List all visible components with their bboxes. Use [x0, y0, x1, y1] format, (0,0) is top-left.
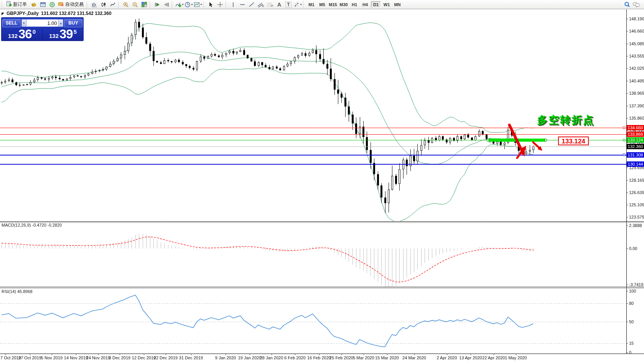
- auto-trading-button[interactable]: 自动交易: [57, 1, 86, 8]
- chat-button[interactable]: [632, 1, 641, 8]
- rsi-axis-tick: 0: [629, 350, 631, 355]
- toolbar-grip[interactable]: [87, 1, 89, 8]
- candlestick-mode-button[interactable]: [99, 1, 108, 8]
- rsi-indicator-label: RSI(14) 45.8968: [2, 289, 33, 294]
- new-order-button[interactable]: 新订单: [5, 1, 29, 8]
- text-tool-button[interactable]: A: [275, 1, 283, 8]
- date-axis-label: 3 Dec 2019: [109, 355, 130, 360]
- auto-trading-icon: [58, 1, 64, 8]
- date-axis-label: 15 Mar 2020: [375, 355, 399, 360]
- bar-chart-mode-button[interactable]: [90, 1, 99, 8]
- text-tool-glyph: A: [277, 2, 281, 8]
- buy-price-big: 39: [59, 28, 73, 40]
- vertical-line-tool-button[interactable]: [229, 1, 237, 8]
- triangle-up-icon: ▲: [59, 21, 63, 25]
- date-axis-label: 28 Jan 2020: [260, 355, 283, 360]
- timeframe-m5-button[interactable]: M5: [317, 1, 327, 8]
- toolbar-grip[interactable]: [226, 1, 227, 8]
- price-axis-tick: 123.575: [629, 215, 644, 219]
- auto-scroll-button[interactable]: [153, 1, 161, 8]
- rsi-axis-tick: 80: [629, 301, 634, 306]
- channel-tool-button[interactable]: E: [257, 1, 265, 8]
- rsi-axis-tick: 15: [629, 341, 634, 346]
- toolbar-grip[interactable]: [303, 1, 305, 8]
- channel-tool-glyph: E: [262, 4, 264, 8]
- templates-button[interactable]: ▾: [194, 1, 202, 8]
- crosshair-tool-button[interactable]: [216, 1, 224, 8]
- price-marker-133.869: 133.869: [627, 132, 644, 137]
- market-watch-button[interactable]: [30, 1, 38, 8]
- data-window-button[interactable]: [39, 1, 47, 8]
- tile-windows-button[interactable]: [140, 1, 148, 8]
- toolbar-grip[interactable]: [203, 1, 205, 8]
- date-axis-label: 7 Oct 2019: [0, 355, 21, 360]
- search-button[interactable]: [623, 1, 631, 8]
- zoom-in-button[interactable]: [122, 1, 130, 8]
- timeframe-m1-button[interactable]: M1: [306, 1, 316, 8]
- macd-axis-tick: -3.7419: [629, 282, 643, 287]
- volume-increase-button[interactable]: ▲: [58, 19, 63, 27]
- chart-shift-button[interactable]: [162, 1, 171, 8]
- zoom-out-button[interactable]: [131, 1, 139, 8]
- sell-price-big: 36: [18, 28, 32, 40]
- sell-price-small: 132: [8, 32, 18, 40]
- indicators-button[interactable]: ▾: [175, 1, 184, 8]
- fibonacci-tool-button[interactable]: F: [266, 1, 274, 8]
- main-toolbar: 新订单 自动交易 ▾ ▾ ▾ E F A T ▾ M1M5M15M30H1H4D…: [0, 0, 644, 9]
- date-axis-label: 5 Mar 2020: [353, 355, 374, 360]
- timeframe-h1-button[interactable]: H1: [349, 1, 359, 8]
- timeframe-h4-button[interactable]: H4: [360, 1, 370, 8]
- date-axis-label: 9 Jan 2020: [215, 355, 236, 360]
- horizontal-line-tool-button[interactable]: [238, 1, 247, 8]
- price-axis-tick: 138.965: [629, 91, 644, 95]
- sell-price-display[interactable]: 132 36 0: [2, 28, 43, 41]
- price-axis-tick: 140.495: [629, 79, 644, 83]
- turning-point-annotation[interactable]: 多空转折点: [537, 113, 595, 127]
- timeframe-m30-button[interactable]: M30: [339, 1, 349, 8]
- line-chart-mode-button[interactable]: [109, 1, 117, 8]
- date-axis-label: 1 May 2020: [505, 355, 527, 360]
- toolbar-grip[interactable]: [150, 1, 152, 8]
- chart-ohlc-values: 131.602 132.672 131.542 132.360: [41, 11, 112, 16]
- toolbar-grip[interactable]: [2, 1, 3, 8]
- date-axis-label: 22 Apr 2020: [482, 355, 505, 360]
- sell-button[interactable]: SELL: [2, 19, 21, 27]
- price-axis-tick: 142.025: [629, 66, 644, 71]
- price-axis-tick: 125.105: [629, 202, 644, 207]
- navigator-button[interactable]: [48, 1, 56, 8]
- timeframe-m15-button[interactable]: M15: [328, 1, 338, 8]
- chevron-down-icon: ▾: [182, 3, 183, 6]
- date-axis-label: 22 Dec 2019: [154, 355, 178, 360]
- volume-decrease-button[interactable]: ▼: [21, 19, 26, 27]
- price-axis-tick: 148.190: [629, 16, 644, 21]
- price-axis-tick: 126.635: [629, 190, 644, 195]
- symbol-marker-icon: [2, 13, 4, 15]
- toolbar-grip[interactable]: [172, 1, 174, 8]
- chevron-down-icon: ▾: [300, 3, 301, 6]
- price-marker-132.360: 132.360: [627, 144, 644, 149]
- toolbar-grip[interactable]: [118, 1, 120, 8]
- trendline-tool-button[interactable]: [247, 1, 256, 8]
- timeframe-mn-button[interactable]: MN: [392, 1, 402, 8]
- text-label-tool-button[interactable]: T: [284, 1, 293, 8]
- volume-input[interactable]: [26, 19, 59, 27]
- cursor-tool-button[interactable]: [207, 1, 215, 8]
- fibonacci-tool-glyph: F: [272, 4, 273, 8]
- buy-price-display[interactable]: 132 39 5: [43, 28, 83, 41]
- chevron-down-icon: ▾: [191, 3, 193, 6]
- rsi-axis-tick: 100: [629, 289, 636, 293]
- timeframe-w1-button[interactable]: W1: [382, 1, 392, 8]
- date-axis-label: 5 Nov 2019: [41, 355, 63, 360]
- date-axis-label: 27 Oct 2019: [18, 355, 41, 360]
- date-axis-label: 2 Apr 2020: [436, 355, 457, 360]
- price-level-label[interactable]: 133.124: [558, 137, 589, 145]
- price-chart-canvas[interactable]: [0, 0, 644, 362]
- one-click-trading-panel: SELL ▼ ▲ BUY 132 36 0 132 39 5: [1, 17, 84, 41]
- text-label-tool-glyph: T: [285, 2, 291, 8]
- timeframe-d1-button[interactable]: D1: [371, 1, 381, 8]
- arrows-tool-button[interactable]: ▾: [293, 1, 302, 8]
- periods-button[interactable]: ▾: [184, 1, 193, 8]
- date-axis-label: 25 Feb 2020: [329, 355, 353, 360]
- price-axis-tick: 128.165: [629, 178, 644, 183]
- buy-button[interactable]: BUY: [64, 19, 82, 27]
